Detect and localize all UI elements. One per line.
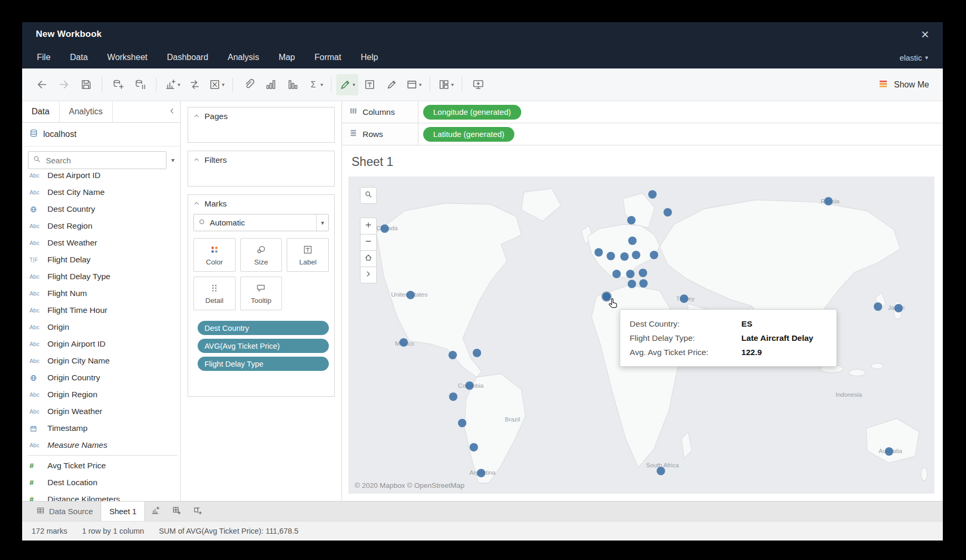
map-mark[interactable] (477, 469, 485, 477)
map-mark[interactable] (380, 224, 389, 233)
search-input[interactable] (45, 155, 162, 165)
size-button[interactable]: Size (240, 238, 282, 272)
map-mark[interactable] (639, 279, 648, 288)
map-mark[interactable] (449, 392, 457, 401)
clear-sheet-button[interactable]: ▾ (206, 74, 228, 95)
detail-button[interactable]: Detail (193, 277, 236, 310)
menu-map[interactable]: Map (279, 53, 295, 62)
map-mark[interactable] (824, 197, 833, 205)
new-worksheet-button[interactable] (145, 502, 166, 521)
marks-pill[interactable]: AVG(Avg Ticket Price) (198, 339, 329, 353)
save-button[interactable] (75, 74, 97, 95)
presentation-mode-button[interactable] (467, 74, 489, 95)
field-origin-weather[interactable]: AbcOrigin Weather (22, 403, 180, 420)
group-members-button[interactable] (238, 74, 260, 95)
tab-data[interactable]: Data (22, 101, 59, 122)
field-dest-weather[interactable]: AbcDest Weather (22, 234, 180, 251)
map-search-button[interactable] (360, 187, 377, 204)
field-dest-city-name[interactable]: AbcDest City Name (22, 184, 180, 201)
field-origin-airport-id[interactable]: AbcOrigin Airport ID (22, 336, 180, 352)
mark-type-dropdown[interactable]: Automatic ▾ (193, 214, 329, 231)
marks-pill[interactable]: Dest Country (198, 321, 329, 335)
menu-help[interactable]: Help (360, 53, 378, 62)
sort-ascending-button[interactable] (260, 74, 282, 95)
map-mark[interactable] (458, 419, 466, 427)
zoom-home-button[interactable] (360, 250, 377, 267)
field-origin-region[interactable]: AbcOrigin Region (22, 386, 180, 403)
menu-format[interactable]: Format (315, 53, 341, 62)
field-timestamp[interactable]: Timestamp (22, 420, 180, 437)
field-flight-num[interactable]: AbcFlight Num (22, 285, 180, 302)
new-data-source-button[interactable] (107, 74, 129, 95)
new-dashboard-button[interactable] (166, 502, 187, 521)
field-avg-ticket-price[interactable]: #Avg Ticket Price (22, 457, 180, 474)
field-origin-country[interactable]: Origin Country (22, 369, 180, 386)
format-button[interactable] (380, 74, 403, 95)
user-menu[interactable]: elastic ▾ (900, 53, 928, 62)
map-mark[interactable] (894, 304, 903, 312)
field-dest-airport-id[interactable]: AbcDest Airport ID (22, 167, 180, 184)
menu-file[interactable]: File (37, 53, 51, 62)
map-mark[interactable] (399, 338, 408, 347)
map-mark[interactable] (473, 349, 481, 357)
map-mark[interactable] (627, 216, 636, 224)
map-mark[interactable] (680, 294, 688, 303)
map-mark[interactable] (612, 270, 621, 278)
map-mark[interactable] (626, 270, 635, 278)
menu-analysis[interactable]: Analysis (228, 53, 259, 62)
tooltip-button[interactable]: Tooltip (240, 277, 282, 310)
color-button[interactable]: Color (193, 238, 236, 272)
tab-data-source[interactable]: Data Source (28, 502, 101, 521)
map-mark[interactable] (650, 251, 658, 259)
field-origin-city-name[interactable]: AbcOrigin City Name (22, 352, 180, 369)
field-measure-names[interactable]: AbcMeasure Names (22, 437, 180, 454)
rows-shelf-area[interactable]: Latitude (generated) (418, 123, 943, 145)
menu-dashboard[interactable]: Dashboard (167, 53, 208, 62)
field-dest-country[interactable]: Dest Country (22, 201, 180, 218)
show-me-button[interactable]: Show Me (873, 75, 934, 94)
map-mark[interactable] (465, 381, 474, 390)
redo-button[interactable] (53, 74, 75, 95)
map-mark[interactable] (874, 302, 882, 311)
field-distance-kilometers[interactable]: #Distance Kilometers (22, 491, 180, 501)
label-button[interactable]: Label (287, 238, 329, 272)
pages-card[interactable]: Pages (188, 107, 335, 143)
map-mark[interactable] (448, 351, 457, 359)
map-mark[interactable] (657, 467, 665, 475)
zoom-in-button[interactable] (360, 218, 377, 234)
field-dest-region[interactable]: AbcDest Region (22, 218, 180, 234)
map-mark[interactable] (628, 237, 637, 245)
map-mark[interactable] (470, 443, 478, 451)
columns-shelf-area[interactable]: Longitude (generated) (418, 101, 943, 123)
sort-descending-button[interactable] (282, 74, 304, 95)
map-mark[interactable] (620, 252, 629, 261)
map-mark[interactable] (663, 208, 672, 217)
swap-rows-columns-button[interactable] (183, 74, 206, 95)
map-attribution[interactable]: © 2020 Mapbox © OpenStreetMap (355, 482, 464, 489)
marks-pill[interactable]: Flight Delay Type (198, 357, 329, 371)
map-mark[interactable] (594, 248, 603, 257)
field-origin[interactable]: AbcOrigin (22, 319, 180, 336)
menu-data[interactable]: Data (70, 53, 88, 62)
connection-row[interactable]: localhost (22, 123, 180, 146)
map-mark[interactable] (648, 190, 657, 199)
field-flight-delay[interactable]: T|FFlight Delay (22, 251, 180, 268)
highlight-button[interactable]: ▾ (336, 74, 358, 95)
tab-sheet-1[interactable]: Sheet 1 (101, 502, 145, 521)
map-mark[interactable] (406, 291, 415, 299)
map-mark[interactable] (885, 447, 893, 456)
new-story-button[interactable] (187, 502, 208, 521)
map-mark[interactable] (632, 251, 640, 259)
tab-analytics[interactable]: Analytics (59, 101, 113, 122)
field-flight-time-hour[interactable]: AbcFlight Time Hour (22, 302, 180, 319)
columns-pill[interactable]: Longitude (generated) (423, 105, 521, 120)
new-worksheet-button[interactable]: ▾ (161, 74, 183, 95)
show-hide-cards-button[interactable]: ▾ (435, 74, 457, 95)
map-mark[interactable] (639, 269, 647, 277)
map-mark[interactable] (628, 280, 636, 288)
filters-card[interactable]: Filters (188, 151, 335, 186)
map-mark[interactable] (607, 252, 615, 260)
close-icon[interactable]: × (921, 27, 929, 41)
map-tools-flyout-button[interactable] (360, 267, 377, 283)
undo-button[interactable] (31, 74, 53, 95)
